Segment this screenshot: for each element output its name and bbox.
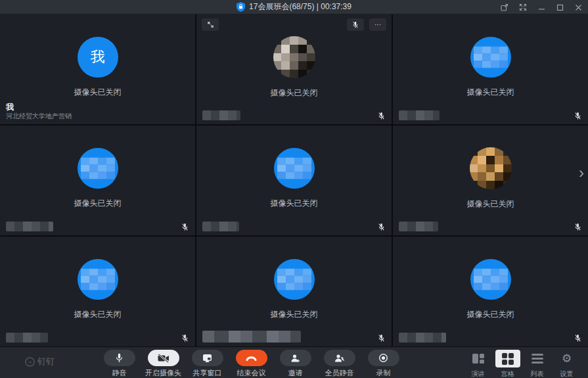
avatar-blurred-name <box>274 148 315 189</box>
participant-tile[interactable]: 摄像头已关闭 <box>393 126 588 235</box>
avatar-blurred-name <box>78 148 118 189</box>
security-shield-icon <box>237 2 245 12</box>
gear-icon: ⚙ <box>554 350 579 367</box>
camera-off-label: 摄像头已关闭 <box>74 87 122 98</box>
meeting-toolbar: 钉钉 静音 开启摄像头 共享窗口 <box>0 346 588 378</box>
record-button[interactable]: 录制 <box>361 350 405 378</box>
camera-off-label: 摄像头已关闭 <box>271 87 318 99</box>
mic-muted-icon <box>378 111 386 120</box>
camera-off-icon <box>148 350 179 366</box>
expand-tile-button[interactable] <box>202 18 219 31</box>
maximize-icon[interactable] <box>555 3 564 12</box>
grid-view-icon <box>495 350 520 367</box>
participant-name-blurred <box>6 333 48 343</box>
participant-tile[interactable]: 摄像头已关闭 <box>0 237 195 346</box>
avatar-blurred-name <box>274 259 315 300</box>
tile-more-button[interactable]: ··· <box>369 18 386 31</box>
titlebar: 17会展班会(68/75) | 00:37:39 <box>0 0 588 14</box>
camera-off-label: 摄像头已关闭 <box>271 309 318 320</box>
mute-all-icon <box>324 350 355 366</box>
avatar-blurred-name <box>470 37 511 78</box>
avatar: 我 <box>78 37 118 78</box>
list-view-icon <box>525 350 550 367</box>
participant-name-blurred <box>6 222 53 231</box>
mic-muted-icon <box>181 222 189 231</box>
minimize-icon[interactable] <box>537 3 546 12</box>
participant-org: 河北经贸大学地产营销 <box>6 112 72 121</box>
avatar-blurred-photo <box>273 36 315 78</box>
invite-person-icon <box>280 350 311 366</box>
avatar-blurred-photo <box>470 147 512 189</box>
participant-tile[interactable]: 摄像头已关闭 <box>393 237 588 346</box>
record-icon <box>368 350 399 366</box>
share-window-button[interactable]: 共享窗口 <box>185 350 229 378</box>
speaker-view-icon <box>466 350 491 367</box>
share-window-icon <box>192 350 223 366</box>
avatar-blurred-name <box>470 259 511 300</box>
participant-name-blurred <box>202 110 240 120</box>
popout-window-icon[interactable] <box>500 3 509 12</box>
participant-name-blurred <box>202 222 239 231</box>
participant-name-blurred <box>399 222 438 231</box>
dingtalk-logo-text: 钉钉 <box>37 356 55 367</box>
next-page-chevron-icon[interactable]: › <box>576 163 587 184</box>
camera-on-button[interactable]: 开启摄像头 <box>141 350 185 378</box>
participant-name-blurred <box>399 333 446 343</box>
view-list-button[interactable]: 列表 <box>522 350 552 378</box>
mic-muted-icon <box>181 333 189 343</box>
participant-tile[interactable]: 摄像头已关闭 <box>196 126 392 235</box>
meeting-window: 17会展班会(68/75) | 00:37:39 我 <box>0 0 588 378</box>
mic-muted-icon <box>574 111 582 120</box>
meeting-title: 17会展班会(68/75) | 00:37:39 <box>249 1 351 12</box>
view-speaker-button[interactable]: 演讲 <box>463 350 493 378</box>
participant-tile-self[interactable]: 我 摄像头已关闭 我 河北经贸大学地产营销 <box>0 14 195 124</box>
invite-button[interactable]: 邀请 <box>273 350 317 378</box>
mute-button[interactable]: 静音 <box>97 350 141 378</box>
tile-mic-muted-button[interactable] <box>347 18 364 31</box>
participant-grid: 我 摄像头已关闭 我 河北经贸大学地产营销 ··· <box>0 14 588 346</box>
view-grid-button[interactable]: 宫格 <box>493 350 522 378</box>
end-meeting-button[interactable]: 结束会议 <box>229 350 273 378</box>
camera-off-label: 摄像头已关闭 <box>467 309 514 320</box>
participant-tile[interactable]: 摄像头已关闭 <box>0 126 195 235</box>
fullscreen-icon[interactable] <box>518 3 528 12</box>
camera-off-label: 摄像头已关闭 <box>74 198 122 209</box>
avatar-blurred-name <box>78 259 118 300</box>
camera-off-label: 摄像头已关闭 <box>467 87 514 98</box>
participant-name-blurred <box>202 331 301 343</box>
mic-muted-icon <box>378 222 386 231</box>
participant-tile[interactable]: 摄像头已关闭 <box>393 14 588 124</box>
mute-all-button[interactable]: 全员静音 <box>317 350 361 378</box>
settings-button[interactable]: ⚙ 设置 <box>552 350 581 378</box>
camera-off-label: 摄像头已关闭 <box>467 199 514 210</box>
participant-tile[interactable]: 摄像头已关闭 <box>196 237 392 346</box>
dingtalk-logo: 钉钉 <box>25 356 55 367</box>
mic-muted-icon <box>574 333 582 343</box>
mic-icon <box>104 350 135 366</box>
end-call-icon <box>236 350 267 366</box>
participant-tile[interactable]: ··· 摄像头已关闭 <box>196 14 392 124</box>
close-icon[interactable] <box>574 3 583 12</box>
participant-name: 我 <box>6 103 72 112</box>
mic-muted-icon <box>574 222 582 231</box>
participant-name-blurred <box>399 110 440 120</box>
camera-off-label: 摄像头已关闭 <box>271 198 318 209</box>
camera-off-label: 摄像头已关闭 <box>74 309 122 320</box>
mic-muted-icon <box>378 333 386 343</box>
